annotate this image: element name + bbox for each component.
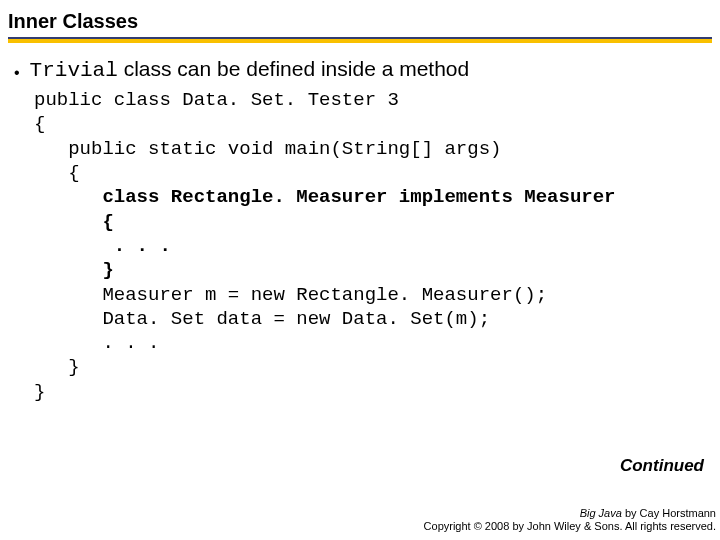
code-line: . . . — [34, 332, 159, 354]
rule-yellow — [8, 39, 712, 43]
bullet-icon: • — [14, 65, 20, 81]
code-line: } — [34, 381, 45, 403]
continued-label: Continued — [620, 456, 704, 476]
code-line: Data. Set data = new Data. Set(m); — [34, 308, 490, 330]
code-line: { — [34, 162, 80, 184]
code-line-bold: class Rectangle. Measurer implements Mea… — [34, 186, 616, 208]
bullet-text: Trivial class can be defined inside a me… — [30, 57, 470, 82]
footer-line-2: Copyright © 2008 by John Wiley & Sons. A… — [424, 520, 716, 534]
slide-title: Inner Classes — [8, 10, 712, 37]
code-line: Measurer m = new Rectangle. Measurer(); — [34, 284, 547, 306]
code-line: public class Data. Set. Tester 3 — [34, 89, 399, 111]
code-line-bold: { — [34, 211, 114, 233]
slide: Inner Classes • Trivial class can be def… — [0, 0, 720, 540]
code-line: } — [34, 356, 80, 378]
bullet-code-word: Trivial — [30, 59, 118, 82]
footer-line-1: Big Java by Cay Horstmann — [424, 507, 716, 521]
bullet-item: • Trivial class can be defined inside a … — [8, 57, 712, 82]
code-line: public static void main(String[] args) — [34, 138, 501, 160]
code-line: { — [34, 113, 45, 135]
code-line-bold: } — [34, 259, 114, 281]
code-line-bold: . . . — [34, 235, 171, 257]
code-block: public class Data. Set. Tester 3 { publi… — [8, 88, 712, 404]
footer-book-title: Big Java — [580, 507, 622, 519]
footer-author: by Cay Horstmann — [622, 507, 716, 519]
footer: Big Java by Cay Horstmann Copyright © 20… — [424, 507, 716, 535]
bullet-rest: class can be defined inside a method — [118, 57, 469, 80]
